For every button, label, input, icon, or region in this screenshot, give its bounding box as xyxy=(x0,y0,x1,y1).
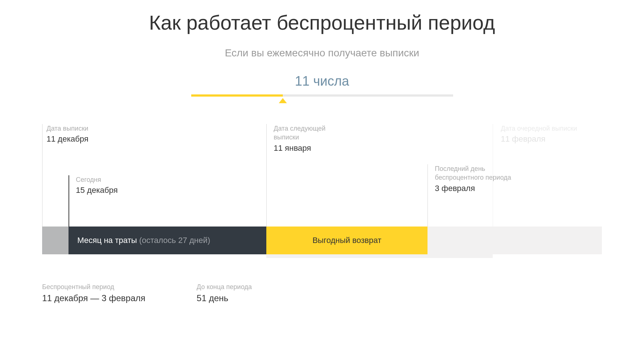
marker-label: Сегодня xyxy=(76,175,118,184)
marker-next-statement: Дата следующей выписки 11 января xyxy=(269,124,346,153)
marker-value: 11 января xyxy=(274,143,346,153)
segment-spend-month: Месяц на траты (осталось 27 дней) xyxy=(69,227,266,254)
marker-last-day: Последний день беспроцентного периода 3 … xyxy=(430,164,526,193)
marker-value: 15 декабря xyxy=(76,186,118,195)
statement-day-slider[interactable] xyxy=(191,94,453,97)
page-container: Как работает беспроцентный период Если в… xyxy=(0,0,644,303)
segment-return-title: Выгодный возврат xyxy=(312,236,381,245)
segment-return: Выгодный возврат xyxy=(266,227,428,254)
marker-statement: Дата выписки 11 декабря xyxy=(42,124,89,144)
grace-period-timeline: Дата выписки 11 декабря Сегодня 15 декаб… xyxy=(42,124,602,261)
summary-row: Беспроцентный период 11 декабря — 3 февр… xyxy=(42,283,602,303)
marker-today: Сегодня 15 декабря xyxy=(71,175,118,195)
marker-future-statement: Дата очередной выписки 11 февраля xyxy=(496,124,577,144)
summary-value: 11 декабря — 3 февраля xyxy=(42,293,145,303)
summary-label: До конца периода xyxy=(197,283,252,291)
summary-label: Беспроцентный период xyxy=(42,283,145,291)
marker-label: Последний день беспроцентного периода xyxy=(435,164,526,182)
marker-value: 11 февраля xyxy=(501,134,577,144)
marker-label: Дата выписки xyxy=(47,124,89,133)
marker-label: Дата следующей выписки xyxy=(274,124,346,142)
summary-period: Беспроцентный период 11 декабря — 3 февр… xyxy=(42,283,145,303)
marker-value: 3 февраля xyxy=(435,184,526,193)
segment-before-today xyxy=(42,227,69,254)
segment-spend-title: Месяц на траты xyxy=(77,236,137,245)
slider-fill xyxy=(191,94,283,97)
segment-shadow xyxy=(266,254,493,258)
slider-thumb-icon[interactable] xyxy=(279,98,287,103)
marker-label: Дата очередной выписки xyxy=(501,124,577,133)
segment-spend-remaining: (осталось 27 дней) xyxy=(139,236,210,245)
statement-day-label: 11 числа xyxy=(0,74,644,89)
slider-track xyxy=(191,94,453,97)
guide-today xyxy=(69,175,69,227)
page-title: Как работает беспроцентный период xyxy=(0,11,644,34)
summary-remaining: До конца периода 51 день xyxy=(197,283,252,303)
summary-value: 51 день xyxy=(197,293,252,303)
segment-after xyxy=(428,227,602,254)
marker-value: 11 декабря xyxy=(47,134,89,144)
page-subtitle: Если вы ежемесячно получаете выписки xyxy=(0,47,644,59)
